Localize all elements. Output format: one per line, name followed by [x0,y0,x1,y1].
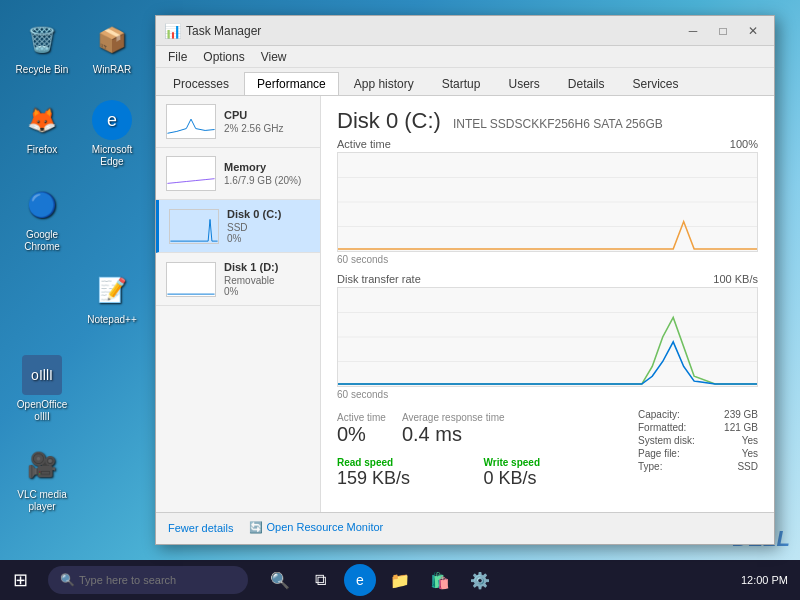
perf-item-disk0[interactable]: Disk 0 (C:) SSD0% [156,200,320,253]
taskbar-edge-icon[interactable]: e [344,564,376,596]
avg-response-label: Average response time [402,412,505,423]
speed-stats: Read speed 159 KB/s Write speed 0 KB/s [337,455,622,491]
tab-bar: Processes Performance App history Startu… [156,68,774,96]
recycle-bin-icon: 🗑️ [22,20,62,60]
active-time-stat: Active time 0% [337,408,386,449]
taskbar-store-icon[interactable]: 🛍️ [424,564,456,596]
winrar-label: WinRAR [93,64,131,76]
desktop-icon-vlc[interactable]: 🎥 VLC media player [10,445,74,513]
chrome-label: Google Chrome [10,229,74,253]
active-time-seconds: 60 seconds [337,254,758,265]
perf-item-cpu[interactable]: CPU 2% 2.56 GHz [156,96,320,148]
taskbar-search-icon[interactable]: 🔍 [264,564,296,596]
disk0-detail: SSD0% [227,222,310,244]
menu-view[interactable]: View [253,48,295,66]
disk0-name: Disk 0 (C:) [227,208,310,220]
notepad-label: Notepad++ [87,314,137,326]
desktop-icon-openoffice[interactable]: oIllI OpenOffice oIllI [10,355,74,423]
cpu-name: CPU [224,109,310,121]
perf-item-memory[interactable]: Memory 1.6/7.9 GB (20%) [156,148,320,200]
active-time-stat-label: Active time [337,412,386,423]
left-panel: CPU 2% 2.56 GHz Memory 1.6/7.9 GB (20%) [156,96,321,512]
firefox-icon: 🦊 [22,100,62,140]
search-bar[interactable]: 🔍 [48,566,248,594]
close-button[interactable]: ✕ [740,21,766,41]
right-panel: Disk 0 (C:) INTEL SSDSCKKF256H6 SATA 256… [321,96,774,512]
avg-response-stat: Average response time 0.4 ms [402,408,505,449]
menu-file[interactable]: File [160,48,195,66]
maximize-button[interactable]: □ [710,21,736,41]
stats-right: Capacity: 239 GB Formatted: 121 GB Syste… [638,408,758,491]
desktop-icon-firefox[interactable]: 🦊 Firefox [10,100,74,156]
read-speed-value: 159 KB/s [337,468,410,488]
disk0-mini-graph [169,209,219,244]
memory-info: Memory 1.6/7.9 GB (20%) [224,161,310,186]
taskbar-settings-icon[interactable]: ⚙️ [464,564,496,596]
active-time-label: Active time 100% [337,138,758,150]
start-button[interactable]: ⊞ [0,560,40,600]
page-file-label: Page file: [638,448,680,459]
bottom-bar: Fewer details 🔄 Open Resource Monitor [156,512,774,542]
read-speed-stat: Read speed 159 KB/s [337,455,476,491]
tab-app-history[interactable]: App history [341,72,427,95]
recycle-bin-label: Recycle Bin [16,64,69,76]
tab-processes[interactable]: Processes [160,72,242,95]
open-resource-monitor-link[interactable]: 🔄 Open Resource Monitor [249,521,383,534]
taskbar-folder-icon[interactable]: 📁 [384,564,416,596]
tab-details[interactable]: Details [555,72,618,95]
minimize-button[interactable]: ─ [680,21,706,41]
disk1-detail: Removable0% [224,275,310,297]
tab-performance[interactable]: Performance [244,72,339,95]
taskbar-right: 12:00 PM [741,574,800,586]
desktop-icon-notepad[interactable]: 📝 Notepad++ [80,270,144,326]
taskbar-multitask-icon[interactable]: ⧉ [304,564,336,596]
tab-services[interactable]: Services [620,72,692,95]
page-file-value: Yes [742,448,758,459]
formatted-label: Formatted: [638,422,686,433]
formatted-value: 121 GB [724,422,758,433]
desktop-icon-winrar[interactable]: 📦 WinRAR [80,20,144,76]
disk1-name: Disk 1 (D:) [224,261,310,273]
type-row: Type: SSD [638,460,758,473]
task-manager-window: 📊 Task Manager ─ □ ✕ File Options View P… [155,15,775,545]
desktop-icon-recycle-bin[interactable]: 🗑️ Recycle Bin [10,20,74,76]
write-speed-stat: Write speed 0 KB/s [484,455,623,491]
edge-label: Microsoft Edge [80,144,144,168]
capacity-row: Capacity: 239 GB [638,408,758,421]
menu-options[interactable]: Options [195,48,252,66]
memory-detail: 1.6/7.9 GB (20%) [224,175,310,186]
cpu-mini-graph [166,104,216,139]
window-controls: ─ □ ✕ [680,21,766,41]
read-speed-label: Read speed [337,457,476,468]
content-area: CPU 2% 2.56 GHz Memory 1.6/7.9 GB (20%) [156,96,774,512]
edge-icon: e [92,100,132,140]
desktop-icon-chrome[interactable]: 🔵 Google Chrome [10,185,74,253]
desktop: 🗑️ Recycle Bin 📦 WinRAR 🦊 Firefox e Micr… [0,0,800,600]
window-title: Task Manager [186,24,680,38]
taskbar: ⊞ 🔍 🔍 ⧉ e 📁 🛍️ ⚙️ 12:00 PM [0,560,800,600]
openoffice-icon: oIllI [22,355,62,395]
system-disk-row: System disk: Yes [638,434,758,447]
search-icon: 🔍 [60,573,75,587]
notepad-icon: 📝 [92,270,132,310]
taskbar-icons: 🔍 ⧉ e 📁 🛍️ ⚙️ [264,564,496,596]
task-manager-icon: 📊 [164,23,180,39]
desktop-icon-edge[interactable]: e Microsoft Edge [80,100,144,168]
stats-left: Active time 0% Average response time 0.4… [337,408,622,491]
cpu-detail: 2% 2.56 GHz [224,123,310,134]
vlc-icon: 🎥 [22,445,62,485]
tab-startup[interactable]: Startup [429,72,494,95]
fewer-details-link[interactable]: Fewer details [168,522,233,534]
capacity-value: 239 GB [724,409,758,420]
search-input[interactable] [79,574,236,586]
write-speed-label: Write speed [484,457,623,468]
winrar-icon: 📦 [92,20,132,60]
tab-users[interactable]: Users [495,72,552,95]
active-time-chart [337,152,758,252]
start-icon: ⊞ [13,569,28,591]
bottom-stats: Active time 0% Average response time 0.4… [337,408,758,491]
perf-item-disk1[interactable]: Disk 1 (D:) Removable0% [156,253,320,306]
type-value: SSD [737,461,758,472]
memory-mini-graph [166,156,216,191]
vlc-label: VLC media player [10,489,74,513]
